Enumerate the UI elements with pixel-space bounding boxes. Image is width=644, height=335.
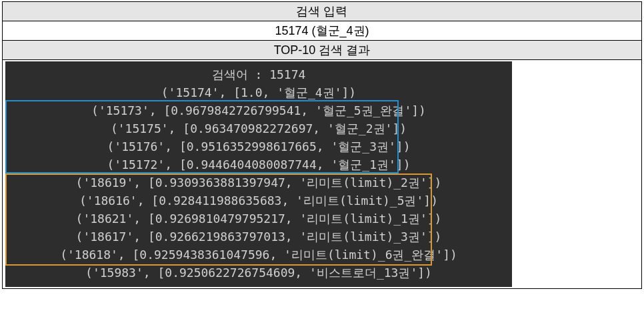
- search-query: 15174 (혈군_4권): [3, 21, 642, 41]
- result-row: ('18621', [0.9269810479795217, '리미트(limi…: [13, 210, 504, 228]
- results-header: TOP-10 검색 결과: [3, 41, 642, 60]
- result-row: ('15174', [1.0, '혈군_4권']): [13, 83, 504, 101]
- search-input-header: 검색 입력: [3, 2, 642, 21]
- result-row: ('15173', [0.9679842726799541, '혈군_5권_완결…: [13, 101, 504, 119]
- terminal-output: 검색어 : 15174 ('15174', [1.0, '혈군_4권'])('1…: [5, 61, 512, 287]
- search-label-line: 검색어 : 15174: [13, 65, 504, 83]
- results-table: 검색 입력 15174 (혈군_4권) TOP-10 검색 결과 검색어 : 1…: [2, 1, 642, 289]
- result-row: ('15175', [0.963470982272697, '혈군_2권']): [13, 119, 504, 137]
- result-row: ('18616', [0.928411988635683, '리미트(limit…: [13, 192, 504, 210]
- terminal-cell: 검색어 : 15174 ('15174', [1.0, '혈군_4권'])('1…: [3, 60, 642, 289]
- result-row: ('15983', [0.9250622726754609, '비스트로더_13…: [13, 264, 504, 282]
- result-row: ('18617', [0.9266219863797013, '리미트(limi…: [13, 228, 504, 246]
- result-row: ('15176', [0.9516352998617665, '혈군_3권']): [13, 137, 504, 155]
- result-row: ('15172', [0.9446404080087744, '혈군_1권']): [13, 155, 504, 174]
- result-row: ('18619', [0.9309363881397947, '리미트(limi…: [13, 174, 504, 192]
- result-row: ('18618', [0.9259438361047596, '리미트(limi…: [13, 246, 504, 264]
